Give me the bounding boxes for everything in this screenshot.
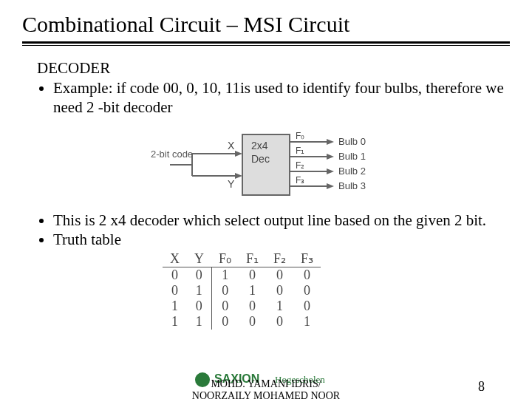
diagram-input-label: 2-bit code — [151, 149, 193, 160]
svg-marker-14 — [327, 168, 334, 174]
page-title: Combinational Circuit – MSI Circuit — [22, 12, 510, 37]
svg-marker-6 — [327, 139, 334, 145]
table-row: 11 0001 — [163, 314, 321, 330]
table-row: 10 0010 — [163, 299, 321, 314]
footer-author-2: NOORZAILY MOHAMED NOOR — [192, 390, 340, 399]
svg-marker-18 — [327, 183, 334, 189]
bullet-list-1: Example: if code 00, 0, 10, 11is used to… — [53, 79, 510, 117]
svg-marker-3 — [235, 173, 242, 179]
svg-text:Bulb 1: Bulb 1 — [338, 151, 366, 162]
diagram-output-2: F₂ Bulb 2 — [290, 160, 366, 177]
th: F₂ — [266, 250, 293, 267]
footer-author-1: MOHD. YAMANI IDRIS/ — [211, 378, 321, 389]
diagram-output-0: F₀ Bulb 0 — [290, 131, 366, 147]
diagram-box-top: 2x4 — [251, 140, 268, 151]
bullet-list-2: This is 2 x4 decoder which select output… — [53, 211, 510, 249]
diagram-x-label: X — [228, 140, 235, 151]
th: Y — [187, 250, 211, 267]
title-rule-thin — [22, 45, 510, 46]
diagram-box-bottom: Dec — [251, 153, 270, 165]
svg-text:F₃: F₃ — [296, 175, 304, 185]
diagram-output-1: F₁ Bulb 1 — [290, 146, 366, 162]
diagram-y-label: Y — [228, 178, 235, 190]
svg-marker-2 — [235, 151, 242, 157]
svg-text:Bulb 2: Bulb 2 — [338, 166, 366, 177]
truth-table: X Y F₀ F₁ F₂ F₃ 00 1000 01 010 — [163, 250, 510, 330]
table-row: 01 0100 — [163, 283, 321, 299]
bullet-item: This is 2 x4 decoder which select output… — [53, 211, 510, 231]
svg-marker-10 — [327, 154, 334, 160]
svg-text:Bulb 0: Bulb 0 — [338, 136, 366, 147]
content-block: DECODER Example: if code 00, 0, 10, 11is… — [37, 59, 510, 330]
svg-text:Bulb 3: Bulb 3 — [338, 180, 366, 191]
diagram-output-3: F₃ Bulb 3 — [290, 175, 366, 191]
bullet-item: Truth table — [53, 231, 510, 250]
table-row: 00 1000 — [163, 267, 321, 284]
th: X — [163, 250, 187, 267]
th: F₃ — [293, 250, 321, 267]
decoder-diagram: 2-bit code X Y 2x4 Dec F₀ Bulb 0 F₁ Bulb… — [148, 124, 399, 205]
th: F₀ — [211, 250, 239, 267]
title-rule — [22, 41, 510, 44]
th: F₁ — [239, 250, 266, 267]
section-heading: DECODER — [37, 59, 510, 78]
svg-text:F₀: F₀ — [296, 131, 304, 141]
page-number: 8 — [478, 379, 485, 395]
svg-text:F₁: F₁ — [296, 146, 304, 156]
svg-text:F₂: F₂ — [296, 160, 304, 171]
bullet-item: Example: if code 00, 0, 10, 11is used to… — [53, 79, 510, 117]
footer: MOHD. YAMANI IDRIS/ NOORZAILY MOHAMED NO… — [0, 378, 532, 399]
